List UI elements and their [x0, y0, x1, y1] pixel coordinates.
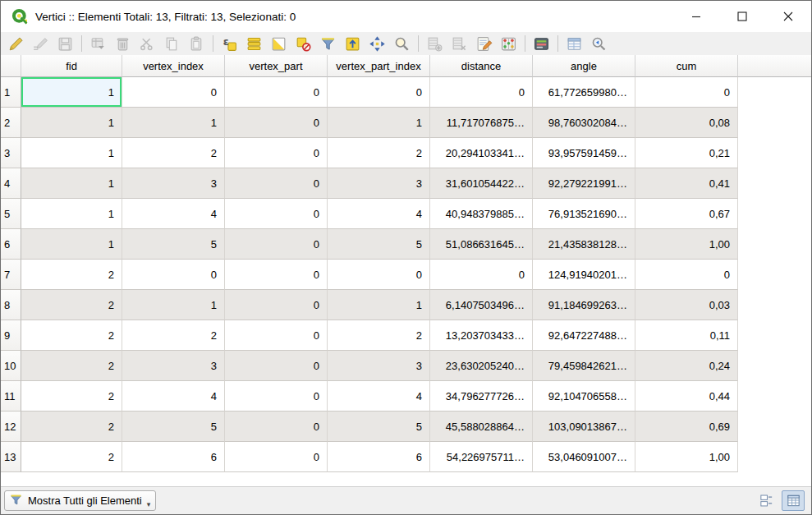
- cell-vertex_index-row3[interactable]: 2: [122, 138, 225, 168]
- cell-vertex_part-row3[interactable]: 0: [225, 138, 328, 168]
- filter-funnel-button[interactable]: [317, 33, 338, 54]
- column-header-vertex_part[interactable]: vertex_part: [225, 55, 328, 77]
- zoom-to-selection-button[interactable]: [391, 33, 412, 54]
- cell-distance-row3[interactable]: 20,294103341…: [430, 138, 533, 168]
- cell-angle-row4[interactable]: 92,279221991…: [533, 168, 635, 199]
- row-header-2[interactable]: 2: [1, 108, 21, 138]
- cell-angle-row2[interactable]: 98,760302084…: [533, 108, 635, 138]
- current-cell[interactable]: 1: [21, 77, 122, 108]
- row-header-10[interactable]: 10: [1, 351, 21, 381]
- cell-fid-row2[interactable]: 1: [21, 108, 122, 138]
- cell-cum-row6[interactable]: 1,00: [635, 229, 738, 260]
- column-header-vertex_index[interactable]: vertex_index: [122, 55, 225, 77]
- cell-distance-row1[interactable]: 0: [430, 77, 533, 108]
- cell-distance-row9[interactable]: 13,203703433…: [430, 320, 533, 351]
- cell-fid-row8[interactable]: 2: [21, 290, 122, 320]
- feature-filter-button[interactable]: Mostra Tutti gli Elementi ▾: [4, 490, 156, 511]
- cell-fid-row9[interactable]: 2: [21, 320, 122, 351]
- cell-distance-row4[interactable]: 31,601054422…: [430, 168, 533, 199]
- row-header-9[interactable]: 9: [1, 320, 21, 351]
- row-header-6[interactable]: 6: [1, 229, 21, 260]
- cell-vertex_part_index-row10[interactable]: 3: [328, 351, 430, 381]
- cell-cum-row9[interactable]: 0,11: [635, 320, 738, 351]
- cell-vertex_index-row4[interactable]: 3: [122, 168, 225, 199]
- cell-angle-row6[interactable]: 21,435838128…: [533, 229, 635, 260]
- cell-vertex_part-row12[interactable]: 0: [225, 412, 328, 442]
- cell-fid-row11[interactable]: 2: [21, 381, 122, 412]
- select-all-button[interactable]: [243, 33, 264, 54]
- cell-vertex_part_index-row6[interactable]: 5: [328, 229, 430, 260]
- cell-vertex_index-row7[interactable]: 0: [122, 260, 225, 290]
- cell-distance-row5[interactable]: 40,948379885…: [430, 199, 533, 229]
- cell-distance-row12[interactable]: 45,588028864…: [430, 412, 533, 442]
- cell-fid-row6[interactable]: 1: [21, 229, 122, 260]
- cell-vertex_index-row5[interactable]: 4: [122, 199, 225, 229]
- cell-vertex_part_index-row7[interactable]: 0: [328, 260, 430, 290]
- toggle-editing-pencil-button[interactable]: [5, 33, 26, 54]
- cell-cum-row1[interactable]: 0: [635, 77, 738, 108]
- cell-fid-row10[interactable]: 2: [21, 351, 122, 381]
- cell-distance-row2[interactable]: 11,717076875…: [430, 108, 533, 138]
- cell-cum-row12[interactable]: 0,69: [635, 412, 738, 442]
- cell-cum-row7[interactable]: 0: [635, 260, 738, 290]
- cell-cum-row11[interactable]: 0,44: [635, 381, 738, 412]
- row-header-1[interactable]: 1: [1, 77, 21, 108]
- column-header-fid[interactable]: fid: [21, 55, 122, 77]
- cell-vertex_part-row4[interactable]: 0: [225, 168, 328, 199]
- cell-vertex_part-row13[interactable]: 0: [225, 442, 328, 472]
- cell-cum-row4[interactable]: 0,41: [635, 168, 738, 199]
- field-calculator-button[interactable]: [473, 33, 494, 54]
- close-button[interactable]: [765, 1, 811, 32]
- deselect-all-button[interactable]: [292, 33, 314, 54]
- move-selection-to-top-button[interactable]: [342, 33, 363, 54]
- cell-angle-row3[interactable]: 93,957591459…: [533, 138, 635, 168]
- cell-vertex_part_index-row8[interactable]: 1: [328, 290, 430, 320]
- select-by-expression-button[interactable]: ε: [218, 33, 240, 54]
- cell-vertex_part-row11[interactable]: 0: [225, 381, 328, 412]
- row-header-3[interactable]: 3: [1, 138, 21, 168]
- cell-cum-row8[interactable]: 0,03: [635, 290, 738, 320]
- cell-vertex_part-row5[interactable]: 0: [225, 199, 328, 229]
- cell-fid-row5[interactable]: 1: [21, 199, 122, 229]
- cell-vertex_part_index-row11[interactable]: 4: [328, 381, 430, 412]
- invert-selection-button[interactable]: [268, 33, 289, 54]
- cell-distance-row7[interactable]: 0: [430, 260, 533, 290]
- conditional-formatting-button[interactable]: [498, 33, 519, 54]
- cell-vertex_part_index-row5[interactable]: 4: [328, 199, 430, 229]
- row-header-4[interactable]: 4: [1, 168, 21, 199]
- cell-fid-row4[interactable]: 1: [21, 168, 122, 199]
- cell-vertex_index-row9[interactable]: 2: [122, 320, 225, 351]
- row-header-12[interactable]: 12: [1, 412, 21, 442]
- column-header-angle[interactable]: angle: [533, 55, 635, 77]
- cell-vertex_part-row9[interactable]: 0: [225, 320, 328, 351]
- pan-to-selection-button[interactable]: [366, 33, 388, 54]
- cell-vertex_part-row6[interactable]: 0: [225, 229, 328, 260]
- actions-search-button[interactable]: [588, 33, 609, 54]
- cell-fid-row7[interactable]: 2: [21, 260, 122, 290]
- cell-vertex_part_index-row3[interactable]: 2: [328, 138, 430, 168]
- cell-vertex_index-row10[interactable]: 3: [122, 351, 225, 381]
- cell-vertex_part-row2[interactable]: 0: [225, 108, 328, 138]
- cell-distance-row6[interactable]: 51,086631645…: [430, 229, 533, 260]
- cell-fid-row13[interactable]: 2: [21, 442, 122, 472]
- cell-cum-row2[interactable]: 0,08: [635, 108, 738, 138]
- cell-angle-row11[interactable]: 92,104706558…: [533, 381, 635, 412]
- select-all-corner[interactable]: [1, 55, 21, 77]
- column-header-cum[interactable]: cum: [635, 55, 738, 77]
- cell-vertex_part_index-row1[interactable]: 0: [328, 77, 430, 108]
- row-header-5[interactable]: 5: [1, 199, 21, 229]
- cell-angle-row9[interactable]: 92,647227488…: [533, 320, 635, 351]
- row-header-13[interactable]: 13: [1, 442, 21, 472]
- row-header-7[interactable]: 7: [1, 260, 21, 290]
- cell-vertex_part_index-row13[interactable]: 6: [328, 442, 430, 472]
- cell-vertex_index-row12[interactable]: 5: [122, 412, 225, 442]
- cell-angle-row5[interactable]: 76,913521690…: [533, 199, 635, 229]
- dock-table-button[interactable]: [530, 33, 552, 54]
- cell-vertex_part-row10[interactable]: 0: [225, 351, 328, 381]
- cell-vertex_part_index-row4[interactable]: 3: [328, 168, 430, 199]
- cell-distance-row8[interactable]: 6,1407503496…: [430, 290, 533, 320]
- cell-angle-row13[interactable]: 53,046091007…: [533, 442, 635, 472]
- form-view-button[interactable]: [755, 490, 778, 511]
- cell-angle-row1[interactable]: 61,772659980…: [533, 77, 635, 108]
- cell-vertex_index-row8[interactable]: 1: [122, 290, 225, 320]
